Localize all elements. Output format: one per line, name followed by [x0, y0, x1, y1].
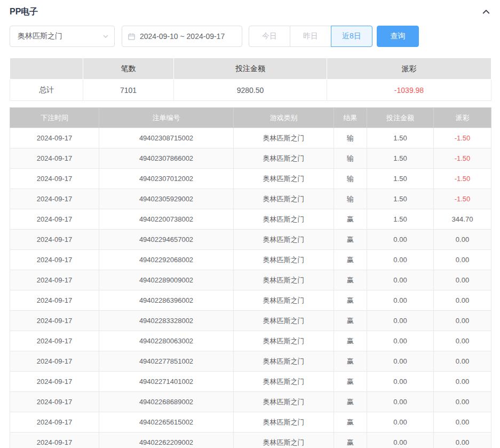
game-select-value: 奥林匹斯之门	[18, 32, 62, 41]
summary-header-bet-amount: 投注金额	[174, 58, 327, 80]
cell-game-category: 奥林匹斯之门	[234, 250, 334, 270]
cell-result: 赢	[334, 230, 367, 250]
today-button[interactable]: 今日	[249, 26, 290, 47]
table-row: 2024-09-17 49402265615002 奥林匹斯之门 赢 0.00 …	[10, 412, 491, 433]
cell-game-category: 奥林匹斯之门	[234, 270, 334, 290]
yesterday-button[interactable]: 昨日	[290, 26, 331, 47]
cell-payout: 0.00	[434, 392, 491, 412]
cell-order-number: 49402292068002	[99, 250, 234, 270]
cell-bet-amount: 0.00	[367, 250, 434, 270]
pp-dianzi-panel: PP电子 奥林匹斯之门 2024-09-10 ~ 2024-09-	[0, 0, 500, 448]
cell-order-number: 49402307012002	[99, 169, 234, 189]
cell-result: 赢	[334, 372, 367, 392]
cell-order-number: 49402308715002	[99, 128, 234, 148]
cell-bet-amount: 0.00	[367, 311, 434, 331]
cell-bet-time: 2024-09-17	[10, 290, 99, 311]
table-row: 2024-09-17 49402271401002 奥林匹斯之门 赢 0.00 …	[10, 372, 491, 392]
cell-payout: 0.00	[434, 351, 491, 372]
summary-total-row: 总计 7101 9280.50 -1039.98	[10, 80, 491, 101]
cell-bet-amount: 1.50	[367, 128, 434, 148]
chevron-up-icon	[481, 7, 491, 17]
cell-payout: -1.50	[434, 169, 491, 189]
summary-header-count: 笔数	[83, 58, 174, 80]
table-row: 2024-09-17 49402280063002 奥林匹斯之门 赢 0.00 …	[10, 331, 491, 351]
summary-count-value: 7101	[83, 80, 174, 101]
cell-order-number: 49402271401002	[99, 372, 234, 392]
calendar-icon	[128, 33, 136, 41]
table-row: 2024-09-17 49402307866002 奥林匹斯之门 输 1.50 …	[10, 148, 491, 169]
table-row: 2024-09-17 49402268689002 奥林匹斯之门 赢 0.00 …	[10, 392, 491, 412]
cell-payout: 0.00	[434, 311, 491, 331]
cell-bet-time: 2024-09-17	[10, 270, 99, 290]
cell-game-category: 奥林匹斯之门	[234, 311, 334, 331]
cell-game-category: 奥林匹斯之门	[234, 372, 334, 392]
page-title: PP电子	[10, 6, 38, 18]
cell-bet-time: 2024-09-17	[10, 148, 99, 169]
last-8-days-button[interactable]: 近8日	[331, 26, 372, 47]
cell-result: 输	[334, 189, 367, 209]
cell-bet-amount: 1.50	[367, 209, 434, 230]
cell-order-number: 49402277851002	[99, 351, 234, 372]
cell-bet-amount: 0.00	[367, 433, 434, 448]
cell-bet-time: 2024-09-17	[10, 311, 99, 331]
summary-total-label: 总计	[10, 80, 83, 101]
cell-payout: 0.00	[434, 230, 491, 250]
cell-game-category: 奥林匹斯之门	[234, 331, 334, 351]
table-row: 2024-09-17 49402289009002 奥林匹斯之门 赢 0.00 …	[10, 270, 491, 290]
table-row: 2024-09-17 49402305929002 奥林匹斯之门 输 1.50 …	[10, 189, 491, 209]
cell-order-number: 49402280063002	[99, 331, 234, 351]
cell-result: 赢	[334, 351, 367, 372]
cell-result: 赢	[334, 250, 367, 270]
panel-header: PP电子	[10, 4, 491, 19]
cell-order-number: 49402307866002	[99, 148, 234, 169]
cell-result: 输	[334, 128, 367, 148]
table-row: 2024-09-17 49402286396002 奥林匹斯之门 赢 0.00 …	[10, 290, 491, 311]
cell-result: 赢	[334, 311, 367, 331]
table-row: 2024-09-17 49402283328002 奥林匹斯之门 赢 0.00 …	[10, 311, 491, 331]
cell-bet-time: 2024-09-17	[10, 412, 99, 433]
cell-result: 赢	[334, 209, 367, 230]
cell-bet-amount: 0.00	[367, 331, 434, 351]
date-range-input[interactable]: 2024-09-10 ~ 2024-09-17	[122, 26, 242, 47]
cell-bet-amount: 0.00	[367, 270, 434, 290]
cell-bet-time: 2024-09-17	[10, 209, 99, 230]
cell-payout: -1.50	[434, 189, 491, 209]
bets-header-row: 下注时间 注单编号 游戏类别 结果 投注金额 派彩	[10, 108, 491, 128]
cell-order-number: 49402289009002	[99, 270, 234, 290]
table-row: 2024-09-17 49402200738002 奥林匹斯之门 赢 1.50 …	[10, 209, 491, 230]
cell-game-category: 奥林匹斯之门	[234, 209, 334, 230]
header-payout: 派彩	[434, 108, 491, 128]
header-order-number: 注单编号	[99, 108, 234, 128]
bets-table-body: 2024-09-17 49402308715002 奥林匹斯之门 输 1.50 …	[10, 128, 491, 448]
cell-payout: 0.00	[434, 270, 491, 290]
cell-bet-time: 2024-09-17	[10, 433, 99, 448]
cell-payout: -1.50	[434, 128, 491, 148]
collapse-panel-button[interactable]	[481, 7, 491, 17]
table-row: 2024-09-17 49402308715002 奥林匹斯之门 输 1.50 …	[10, 128, 491, 148]
cell-payout: 0.00	[434, 250, 491, 270]
cell-bet-time: 2024-09-17	[10, 169, 99, 189]
header-bet-time: 下注时间	[10, 108, 99, 128]
summary-table: 笔数 投注金额 派彩 总计 7101 9280.50 -1039.98	[10, 58, 491, 101]
query-button[interactable]: 查询	[377, 26, 419, 47]
cell-payout: 344.70	[434, 209, 491, 230]
game-select[interactable]: 奥林匹斯之门	[10, 26, 115, 47]
summary-bet-amount-value: 9280.50	[174, 80, 327, 101]
table-row: 2024-09-17 49402292068002 奥林匹斯之门 赢 0.00 …	[10, 250, 491, 270]
cell-bet-amount: 0.00	[367, 290, 434, 311]
table-row: 2024-09-17 49402294657002 奥林匹斯之门 赢 0.00 …	[10, 230, 491, 250]
cell-bet-amount: 1.50	[367, 189, 434, 209]
cell-payout: 0.00	[434, 372, 491, 392]
cell-game-category: 奥林匹斯之门	[234, 392, 334, 412]
table-row: 2024-09-17 49402277851002 奥林匹斯之门 赢 0.00 …	[10, 351, 491, 372]
cell-game-category: 奥林匹斯之门	[234, 230, 334, 250]
cell-bet-amount: 1.50	[367, 169, 434, 189]
cell-order-number: 49402283328002	[99, 311, 234, 331]
cell-payout: 0.00	[434, 412, 491, 433]
cell-game-category: 奥林匹斯之门	[234, 169, 334, 189]
cell-order-number: 49402286396002	[99, 290, 234, 311]
cell-bet-amount: 0.00	[367, 351, 434, 372]
cell-bet-time: 2024-09-17	[10, 230, 99, 250]
cell-result: 赢	[334, 331, 367, 351]
cell-result: 赢	[334, 290, 367, 311]
